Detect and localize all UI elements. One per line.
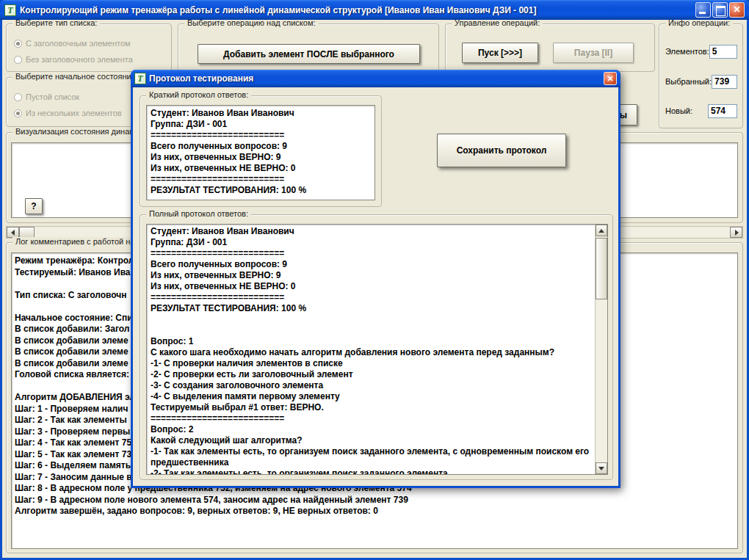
radio-without-header[interactable]: Без заголовочного элемента: [14, 55, 133, 64]
scroll-up-icon[interactable]: [596, 225, 607, 236]
vertical-scrollbar[interactable]: [595, 225, 607, 474]
radio-with-header[interactable]: С заголовочным элементом: [14, 39, 131, 48]
text-line: Из них, отвеченных ВЕРНО: 9: [151, 152, 371, 163]
dialog-titlebar[interactable]: Протокол тестирования: [131, 70, 620, 87]
start-button[interactable]: Пуск [>>>]: [462, 43, 538, 63]
text-line: -4- С выделения памяти первому элементу: [151, 391, 593, 402]
text-line: Группа: ДЗИ - 001: [151, 119, 371, 130]
text-line: С какого шага необходимо начать алгоритм…: [151, 347, 593, 358]
text-line: РЕЗУЛЬТАТ ТЕСТИРОВАНИЯ: 100 %: [151, 303, 593, 314]
text-line: Шаг: 9 - В адресном поле нового элемента…: [15, 495, 734, 506]
radio-icon: [14, 109, 22, 117]
short-protocol-groupbox: Краткий протокол ответов: Студент: Ивано…: [140, 95, 382, 207]
radio-label: Без заголовочного элемента: [26, 55, 133, 64]
caption-buttons: [695, 2, 745, 18]
elements-count-field[interactable]: 5: [709, 45, 737, 59]
text-line: -1- С проверки наличия элементов в списк…: [151, 358, 593, 369]
full-protocol-groupbox: Полный протокол ответов: Студент: Иванов…: [140, 214, 613, 480]
maximize-icon[interactable]: [712, 2, 728, 18]
text-line: ==========================: [151, 174, 371, 185]
radio-label: Из нескольких элементов: [26, 109, 122, 117]
selected-element-row: Выбранный: 739: [665, 74, 737, 89]
radio-label: С заголовочным элементом: [26, 39, 131, 48]
elements-count-label: Элементов:: [665, 47, 709, 56]
dialog-title: Протокол тестирования: [149, 73, 604, 84]
short-protocol-text-area[interactable]: Студент: Иванов Иван ИвановичГруппа: ДЗИ…: [146, 105, 375, 200]
text-line: Алгоритм завершён, задано вопросов: 9, в…: [15, 506, 734, 517]
radio-icon: [14, 56, 22, 64]
list-type-groupbox: Выберите тип списка: С заголовочным элем…: [6, 23, 172, 72]
text-line: Всего полученных вопросов: 9: [151, 259, 593, 270]
text-line: ==========================: [151, 248, 593, 259]
text-line: ==========================: [151, 292, 593, 303]
text-line: [151, 314, 593, 325]
text-line: Какой следующий шаг алгоритма?: [151, 435, 593, 446]
new-element-row: Новый: 574: [665, 103, 737, 118]
radio-several-elements[interactable]: Из нескольких элементов: [14, 109, 122, 117]
control-groupbox: Управление операций: Пуск [>>>] Пауза [I…: [445, 23, 655, 72]
text-line: ==========================: [151, 130, 371, 141]
selected-element-field[interactable]: 739: [712, 75, 737, 89]
full-protocol-label: Полный протокол ответов:: [146, 209, 251, 218]
dialog-body: Краткий протокол ответов: Студент: Ивано…: [133, 87, 618, 486]
radio-label: Пустой список: [26, 92, 79, 101]
text-line: Вопрос: 2: [151, 424, 593, 435]
scroll-down-icon[interactable]: [596, 462, 607, 474]
text-line: Вопрос: 1: [151, 336, 593, 347]
minimize-icon[interactable]: [695, 2, 711, 18]
text-line: Студент: Иванов Иван Иванович: [151, 108, 371, 119]
close-icon[interactable]: [729, 2, 745, 18]
text-line: Группа: ДЗИ - 001: [151, 237, 593, 248]
text-line: РЕЗУЛЬТАТ ТЕСТИРОВАНИЯ: 100 %: [151, 185, 371, 196]
scroll-right-icon[interactable]: [730, 227, 742, 238]
info-groupbox: Инфо операции: Элементов: 5 Выбранный: 7…: [659, 23, 743, 128]
protocol-dialog: Протокол тестирования Краткий протокол о…: [131, 70, 620, 488]
text-line: Из них, отвеченных НЕ ВЕРНО: 0: [151, 163, 371, 174]
new-element-label: Новый:: [665, 106, 692, 115]
radio-icon: [14, 93, 22, 101]
full-protocol-text: Студент: Иванов Иван ИвановичГруппа: ДЗИ…: [147, 225, 594, 474]
text-line: Из них, отвеченных ВЕРНО: 9: [151, 270, 593, 281]
initial-state-group-label: Выберите начальное состояние:: [12, 72, 141, 81]
new-element-field[interactable]: 574: [708, 104, 737, 118]
elements-count-row: Элементов: 5: [665, 44, 737, 59]
text-line: Всего полученных вопросов: 9: [151, 141, 371, 152]
text-line: -2- С проверки есть ли заголовочный элем…: [151, 369, 593, 380]
short-protocol-label: Краткий протокол ответов:: [146, 90, 251, 99]
text-line: [151, 325, 593, 336]
text-line: Тестируемый выбрал #1 ответ: ВЕРНО.: [151, 402, 593, 413]
full-protocol-text-area[interactable]: Студент: Иванов Иван ИвановичГруппа: ДЗИ…: [146, 224, 608, 475]
radio-icon: [14, 40, 22, 48]
save-protocol-button[interactable]: Сохранить протокол: [437, 134, 566, 167]
vertical-scroll-thumb[interactable]: [596, 238, 607, 299]
horizontal-scroll-thumb[interactable]: [19, 227, 35, 238]
text-line: Из них, отвеченных НЕ ВЕРНО: 0: [151, 281, 593, 292]
dialog-app-icon: [134, 73, 146, 84]
add-after-button[interactable]: Добавить элемент ПОСЛЕ выбранного: [198, 44, 420, 64]
window-titlebar[interactable]: Контролирующий режим тренажёра работы с …: [0, 0, 749, 20]
help-button[interactable]: ?: [25, 198, 43, 214]
text-line: Студент: Иванов Иван Иванович: [151, 226, 593, 237]
pause-button[interactable]: Пауза [II]: [553, 43, 634, 63]
operation-groupbox: Выберите операцию над списком: Добавить …: [178, 23, 439, 72]
app-icon: [4, 4, 16, 16]
radio-empty-list[interactable]: Пустой список: [14, 92, 79, 101]
selected-element-label: Выбранный:: [665, 77, 712, 86]
dialog-close-icon[interactable]: [604, 72, 617, 85]
text-line: ==========================: [151, 413, 593, 424]
text-line: -3- С создания заголовочного элемента: [151, 380, 593, 391]
text-line: -2- Так как элементы есть, то организуем…: [151, 468, 593, 474]
window-title: Контролирующий режим тренажёра работы с …: [20, 5, 695, 15]
text-line: -1- Так как элементы есть, то организуем…: [151, 446, 593, 468]
scroll-left-icon[interactable]: [7, 227, 19, 238]
